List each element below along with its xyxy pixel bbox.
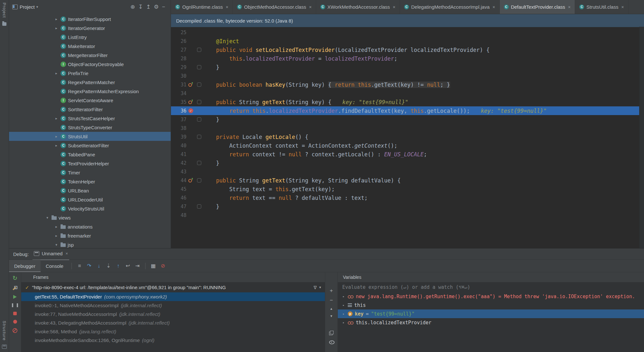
- code-line-43[interactable]: 43: [171, 167, 644, 176]
- fold-marker-icon[interactable]: [197, 178, 201, 182]
- chevron-right-icon[interactable]: ▸: [342, 312, 346, 316]
- editor-tab-defaulttextprovider-class[interactable]: CDefaultTextProvider.class×: [500, 0, 575, 14]
- project-folder-icon[interactable]: [2, 22, 6, 26]
- chevron-right-icon[interactable]: ▸: [54, 17, 59, 21]
- frame-row-invoke-568-method[interactable]: invoke:568, Method(java.lang.reflect): [21, 327, 325, 336]
- code-line-34[interactable]: 34: [171, 89, 644, 98]
- line-number[interactable]: 39: [171, 134, 186, 140]
- structure-icon[interactable]: [2, 345, 7, 349]
- editor-tab-objectmethodaccessor-class[interactable]: CObjectMethodAccessor.class×: [233, 0, 316, 14]
- view-breakpoints-side-button[interactable]: [13, 320, 17, 324]
- collapse-all-button[interactable]: ↥: [145, 4, 152, 10]
- tree-item-subsetiteratorfilter[interactable]: ▸CSubsetIteratorFilter: [9, 141, 171, 150]
- tree-item-freemarker[interactable]: ▸freemarker: [9, 231, 171, 240]
- project-tool-tab[interactable]: Project: [2, 3, 7, 18]
- chevron-right-icon[interactable]: ▸: [54, 225, 59, 229]
- expand-all-button[interactable]: ↧: [137, 4, 144, 10]
- close-tab-icon[interactable]: ×: [393, 5, 395, 10]
- debug-tab-console[interactable]: Console: [41, 260, 69, 272]
- pause-button[interactable]: [12, 303, 18, 307]
- line-number[interactable]: 40: [171, 143, 186, 149]
- project-view-selector[interactable]: Project: [20, 4, 35, 10]
- tree-item-annotations[interactable]: ▸annotations: [9, 222, 171, 231]
- line-number[interactable]: 31: [171, 82, 186, 88]
- code-line-40[interactable]: 40 ActionContext context = ActionContext…: [171, 141, 644, 150]
- tree-item-urlbean[interactable]: CURLBean: [9, 186, 171, 195]
- code-line-41[interactable]: 41 return context != null ? context.getL…: [171, 150, 644, 159]
- editor-scrollbar[interactable]: [639, 27, 644, 248]
- code-line-39[interactable]: 39 private Locale getLocale() {: [171, 132, 644, 141]
- chevron-down-icon[interactable]: ▾: [54, 243, 59, 247]
- code-line-44[interactable]: 44 public String getText(String key, Str…: [171, 176, 644, 185]
- chevron-right-icon[interactable]: ▸: [54, 71, 59, 75]
- resume-button[interactable]: [13, 295, 17, 299]
- override-method-icon[interactable]: [188, 178, 194, 183]
- chevron-right-icon[interactable]: ▸: [54, 26, 59, 30]
- line-number[interactable]: 45: [171, 186, 186, 192]
- tree-item-sortiteratorfilter[interactable]: CSortIteratorFilter: [9, 105, 171, 114]
- fold-marker-icon[interactable]: [197, 100, 201, 104]
- mute-breakpoints-button[interactable]: ⊘: [158, 263, 168, 269]
- line-number[interactable]: 47: [171, 204, 186, 210]
- editor-tab-xworkmethodaccessor-class[interactable]: CXWorkMethodAccessor.class×: [316, 0, 400, 14]
- run-to-cursor-button[interactable]: ⇥: [133, 263, 142, 269]
- step-into-button[interactable]: ↓: [94, 263, 104, 269]
- close-tab-icon[interactable]: ×: [226, 5, 228, 10]
- tree-item-iteratorgenerator[interactable]: ▸CIteratorGenerator: [9, 24, 171, 33]
- code-line-48[interactable]: 48: [171, 211, 644, 220]
- line-number[interactable]: 48: [171, 212, 186, 218]
- stop-button[interactable]: [13, 312, 17, 315]
- move-watch-down-button[interactable]: ▼: [327, 315, 336, 318]
- line-number[interactable]: 46: [171, 195, 186, 201]
- code-area[interactable]: 2526 @Inject27 public void setLocalizedT…: [171, 27, 644, 248]
- code-line-45[interactable]: 45 String text = this.getText(key);: [171, 185, 644, 193]
- debug-tab-debugger[interactable]: Debugger: [9, 260, 41, 272]
- override-method-icon[interactable]: [188, 99, 194, 105]
- line-number[interactable]: 28: [171, 56, 186, 62]
- line-number[interactable]: 38: [171, 125, 186, 131]
- inspect-button[interactable]: [329, 339, 334, 344]
- code-line-35[interactable]: 35 public String getText(String key) {ke…: [171, 98, 644, 106]
- chevron-down-icon[interactable]: ▾: [319, 285, 321, 289]
- chevron-right-icon[interactable]: ▸: [342, 295, 346, 298]
- view-breakpoints-button[interactable]: ▦: [148, 263, 158, 269]
- code-line-26[interactable]: 26 @Inject: [171, 37, 644, 45]
- line-number[interactable]: 27: [171, 47, 186, 53]
- tree-item-prefixtrie[interactable]: ▸CPrefixTrie: [9, 69, 171, 78]
- fold-marker-icon[interactable]: [197, 117, 201, 122]
- chevron-right-icon[interactable]: ▸: [54, 116, 59, 121]
- line-number[interactable]: 41: [171, 152, 186, 157]
- layout-settings-button[interactable]: ≡: [75, 263, 84, 269]
- tree-item-jsp[interactable]: ▾jsp: [9, 240, 171, 248]
- close-tab-icon[interactable]: ×: [492, 5, 495, 10]
- override-method-icon[interactable]: [188, 82, 194, 87]
- line-number[interactable]: 29: [171, 64, 186, 70]
- close-tab-icon[interactable]: ×: [621, 5, 624, 10]
- code-line-28[interactable]: 28 this.localizedTextProvider = localize…: [171, 54, 644, 63]
- frame-row-invoke0-1-nativemethodaccessorimpl[interactable]: invoke0:-1, NativeMethodAccessorImpl(jdk…: [21, 301, 325, 310]
- chevron-down-icon[interactable]: ▾: [36, 5, 38, 9]
- tree-item-listentry[interactable]: CListEntry: [9, 33, 171, 42]
- tree-item-regexpatternmatcherexpression[interactable]: CRegexPatternMatcherExpression: [9, 87, 171, 96]
- tree-item-servletcontextaware[interactable]: IServletContextAware: [9, 96, 171, 105]
- fold-marker-icon[interactable]: [197, 48, 201, 52]
- variable-row-this[interactable]: ▸this: [338, 301, 644, 309]
- variable-row-this-localizedtextprovider[interactable]: ▸this.localizedTextProvider: [338, 318, 644, 327]
- tree-item-regexpatternmatcher[interactable]: CRegexPatternMatcher: [9, 78, 171, 87]
- code-line-46[interactable]: 46 return text == null ? defaultValue : …: [171, 193, 644, 202]
- tree-item-objectfactorydestroyable[interactable]: IObjectFactoryDestroyable: [9, 60, 171, 69]
- line-number[interactable]: 37: [171, 117, 186, 122]
- close-tab-icon[interactable]: ×: [309, 5, 312, 10]
- line-number[interactable]: 34: [171, 91, 186, 96]
- code-line-25[interactable]: 25: [171, 28, 644, 37]
- tree-item-tabbedpane[interactable]: CTabbedPane: [9, 150, 171, 159]
- code-line-37[interactable]: 37 }: [171, 115, 644, 124]
- code-line-47[interactable]: 47 }: [171, 202, 644, 211]
- code-line-38[interactable]: 38: [171, 124, 644, 132]
- tree-item-textproviderhelper[interactable]: CTextProviderHelper: [9, 159, 171, 168]
- thread-selector[interactable]: ✓ "http-nio-8090-exec-4 url: /template/a…: [21, 282, 325, 292]
- line-number[interactable]: 42: [171, 160, 186, 166]
- line-number[interactable]: 44: [171, 178, 186, 183]
- tree-item-strutstypeconverter[interactable]: CStrutsTypeConverter: [9, 123, 171, 132]
- rerun-debug-button[interactable]: ↻: [10, 275, 20, 281]
